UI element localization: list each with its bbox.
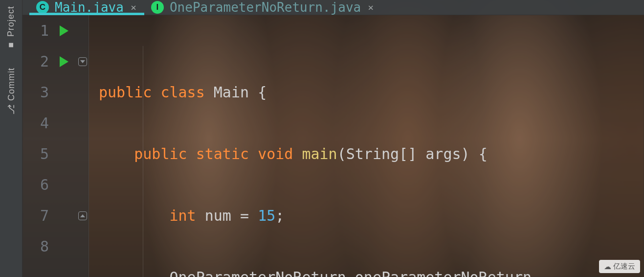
toolwindow-commit[interactable]: ⎇ Commit <box>6 68 17 115</box>
toolwindow-project[interactable]: ■ Project <box>6 6 16 50</box>
variable: oneParameterNoReturn <box>355 269 532 277</box>
toolwindow-label: Project <box>6 6 16 37</box>
line-number: 1 <box>22 15 49 46</box>
fold-toggle-icon[interactable] <box>78 57 87 66</box>
class-name: Main <box>214 84 249 101</box>
keyword: public <box>134 145 187 162</box>
fold-toggle-icon[interactable] <box>78 211 87 220</box>
keyword: class <box>160 84 204 101</box>
line-number: 6 <box>22 169 49 200</box>
line-number: 7 <box>22 200 49 231</box>
keyword: static <box>196 145 249 162</box>
equals: = <box>240 207 249 224</box>
editor-area: C Main.java × I OneParameterNoReturn.jav… <box>22 0 644 277</box>
brace: { <box>258 84 266 101</box>
run-icon[interactable] <box>60 56 68 67</box>
semicolon: ; <box>275 207 284 224</box>
keyword: void <box>258 145 293 162</box>
tab-filename: OneParameterNoReturn.java <box>170 0 361 15</box>
run-gutter <box>52 15 76 277</box>
variable: num <box>205 207 231 224</box>
toolwindow-label: Commit <box>6 68 16 101</box>
tab-main-java[interactable]: C Main.java × <box>29 0 144 15</box>
type: OneParameterNoReturn <box>170 269 346 277</box>
type: int <box>170 207 196 224</box>
commit-icon: ⎇ <box>6 104 17 115</box>
cloud-icon: ☁ <box>604 262 611 271</box>
line-number-gutter: 1 2 3 4 5 6 7 8 <box>22 15 52 277</box>
close-icon[interactable]: × <box>367 1 375 13</box>
tab-one-parameter-no-return[interactable]: I OneParameterNoReturn.java × <box>144 0 381 15</box>
line-number: 3 <box>22 77 49 108</box>
fold-gutter <box>76 15 89 277</box>
line-number: 5 <box>22 138 49 169</box>
line-number: 2 <box>22 46 49 77</box>
watermark: ☁ 亿速云 <box>599 260 640 273</box>
editor-tabs: C Main.java × I OneParameterNoReturn.jav… <box>22 0 644 15</box>
code-content[interactable]: public class Main { public static void m… <box>89 15 644 277</box>
close-icon[interactable]: × <box>130 1 137 13</box>
keyword: public <box>99 84 152 101</box>
number-literal: 15 <box>258 207 275 224</box>
interface-icon: I <box>151 1 164 14</box>
class-icon: C <box>36 1 49 14</box>
watermark-text: 亿速云 <box>613 262 635 271</box>
tool-window-strip: ■ Project ⎇ Commit <box>0 0 22 277</box>
line-number: 4 <box>22 108 49 138</box>
run-icon[interactable] <box>60 25 68 36</box>
tab-filename: Main.java <box>55 0 124 15</box>
code-editor[interactable]: 1 2 3 4 5 6 7 8 public class Main { publ… <box>22 15 644 277</box>
signature: (String[] args) { <box>337 145 488 162</box>
method-name: main <box>302 145 337 162</box>
project-icon: ■ <box>6 42 16 48</box>
line-number: 8 <box>22 231 49 262</box>
